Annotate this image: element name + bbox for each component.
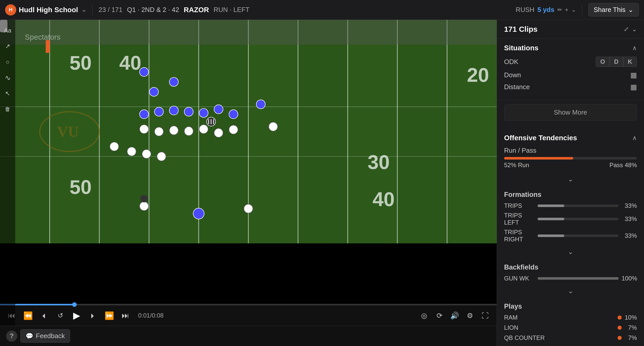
svg-rect-0 [0, 20, 497, 243]
clip-info: 23 / 171 Q1 · 2ND & 2 · 42 RAZOR RUN · L… [99, 6, 249, 14]
stabilize-button[interactable]: ◎ [418, 310, 430, 321]
freehand-tool[interactable]: ∿ [2, 72, 13, 83]
situations-collapse-icon[interactable]: ∧ [632, 44, 637, 52]
add-icon[interactable]: + [565, 7, 568, 13]
odk-k-button[interactable]: K [623, 57, 637, 67]
svg-text:40: 40 [119, 52, 141, 74]
video-frame[interactable]: 50 40 50 30 20 40 VU [0, 20, 497, 304]
topbar-divider [92, 5, 92, 15]
backfields-chevron-icon: ⌄ [568, 287, 573, 295]
expand-icon[interactable]: ⤢ [624, 26, 629, 33]
play-name: RAZOR [184, 6, 209, 14]
play-lion-pct: 7% [624, 324, 637, 331]
formation-trips-left-pct: 33% [622, 215, 637, 223]
formation-trips-left-row: TRIPS LEFT 33% [504, 212, 637, 226]
replay-button[interactable]: ↺ [55, 310, 66, 321]
play-qb-counter-label: QB COUNTER [504, 334, 618, 341]
topbar-divider-2 [582, 5, 582, 15]
formation-trips-right-row: TRIPS RIGHT 33% [504, 229, 637, 243]
svg-point-55 [193, 208, 204, 219]
sync-button[interactable]: ⟳ [434, 310, 445, 321]
show-more-label: Show More [554, 108, 587, 116]
svg-text:40: 40 [373, 188, 395, 210]
formation-trips-right-label: TRIPS RIGHT [504, 229, 535, 243]
distance-label: Distance [504, 83, 530, 91]
fast-forward-button[interactable]: ⏩ [104, 310, 115, 321]
feedback-button[interactable]: 💬 Feedback [20, 329, 70, 343]
offensive-tendencies-collapse-icon[interactable]: ∧ [632, 134, 637, 141]
play-button[interactable]: ▶ [71, 310, 82, 321]
player-controls: ⏮ ⏪ ⏴ ↺ ▶ ⏵ ⏩ ⏭ 0:01/0:08 ◎ ⟳ 🔊 ⚙ ⛶ [0, 305, 497, 326]
video-scrubber[interactable] [0, 304, 497, 305]
svg-point-28 [184, 107, 193, 116]
svg-point-43 [110, 142, 119, 151]
panel-header: 171 Clips ⤢ ⌄ [497, 20, 644, 39]
formation-trips-left-fill [538, 218, 564, 220]
play-qb-counter-row: QB COUNTER 7% [504, 334, 637, 341]
play-lion-row: LION 7% [504, 324, 637, 331]
backfields-expand[interactable]: ⌄ [504, 285, 637, 297]
show-more-container: Show More [497, 100, 644, 129]
svg-point-36 [140, 125, 149, 134]
scrubber-dot[interactable] [72, 302, 77, 307]
svg-point-42 [229, 125, 238, 134]
run-fill [504, 157, 573, 160]
play-lion-indicator [618, 326, 622, 330]
fullscreen-button[interactable]: ⛶ [479, 310, 491, 321]
plays-expand[interactable]: ⌄ [504, 344, 637, 346]
play-qb-counter-indicator [618, 336, 622, 340]
down-chart-icon[interactable]: ▦ [630, 71, 637, 79]
panel-chevron-icon[interactable]: ⌄ [632, 26, 637, 33]
odk-d-button[interactable]: D [609, 57, 623, 67]
edit-icon[interactable]: ✏ [557, 7, 562, 13]
formation-trips-left-bar [538, 218, 619, 220]
backfields-title: Backfields [504, 263, 637, 271]
backfield-gun-wk-bar [538, 277, 619, 280]
odk-o-button[interactable]: O [596, 57, 609, 67]
play-ram-pct: 10% [624, 314, 637, 321]
svg-point-25 [140, 110, 149, 119]
svg-point-47 [269, 122, 278, 131]
rush-label: RUSH [516, 6, 535, 14]
svg-point-34 [150, 87, 158, 96]
volume-button[interactable]: 🔊 [449, 310, 460, 321]
share-button[interactable]: Share This ⌄ [588, 3, 639, 17]
panel-header-icons: ⤢ ⌄ [624, 26, 637, 33]
svg-text:Spectators: Spectators [25, 33, 60, 41]
svg-text:50: 50 [70, 52, 92, 74]
help-button[interactable]: ? [6, 331, 17, 342]
svg-text:VU: VU [57, 123, 79, 140]
trash-tool[interactable]: 🗑 [2, 104, 13, 115]
run-pass-row: Run / Pass 52% Run Pass 48% [504, 147, 637, 169]
odk-buttons: O D K [596, 57, 637, 67]
svg-point-35 [140, 68, 149, 76]
run-pass-expand[interactable]: ⌄ [504, 173, 637, 186]
app-logo[interactable]: H Hudl High School ⌄ [5, 4, 86, 15]
formation-trips-label: TRIPS [504, 202, 535, 209]
offensive-tendencies-section: Offensive Tendencies ∧ Run / Pass 52% Ru… [497, 129, 644, 346]
settings-button[interactable]: ⚙ [464, 310, 475, 321]
run-pass-label: Run / Pass [504, 147, 637, 154]
formations-expand[interactable]: ⌄ [504, 245, 637, 258]
backfield-gun-wk-fill [538, 277, 619, 280]
next-frame-button[interactable]: ⏵ [87, 310, 99, 321]
ctrl-right-btns: ◎ ⟳ 🔊 ⚙ ⛶ [418, 310, 491, 321]
svg-point-26 [154, 107, 163, 116]
school-chevron-icon[interactable]: ⌄ [82, 7, 86, 13]
circle-tool[interactable]: ○ [2, 56, 13, 68]
formation-trips-right-bar [538, 234, 619, 237]
select-tool[interactable]: ↖ [2, 88, 13, 99]
formation-trips-row: TRIPS 33% [504, 202, 637, 209]
play-type: RUN · LEFT [214, 6, 250, 14]
show-more-button[interactable]: Show More [504, 104, 637, 121]
text-tool[interactable]: Aa [2, 25, 13, 36]
prev-frame-button[interactable]: ⏴ [39, 310, 50, 321]
skip-end-button[interactable]: ⏭ [120, 310, 131, 321]
rush-chevron-icon[interactable]: ⌄ [571, 7, 576, 13]
rewind-button[interactable]: ⏪ [22, 310, 34, 321]
play-qb-counter-pct: 7% [624, 334, 637, 341]
arrow-tool[interactable]: ↗ [2, 41, 13, 52]
svg-rect-3 [199, 20, 248, 243]
svg-point-39 [184, 127, 193, 136]
distance-chart-icon[interactable]: ▦ [630, 83, 637, 91]
